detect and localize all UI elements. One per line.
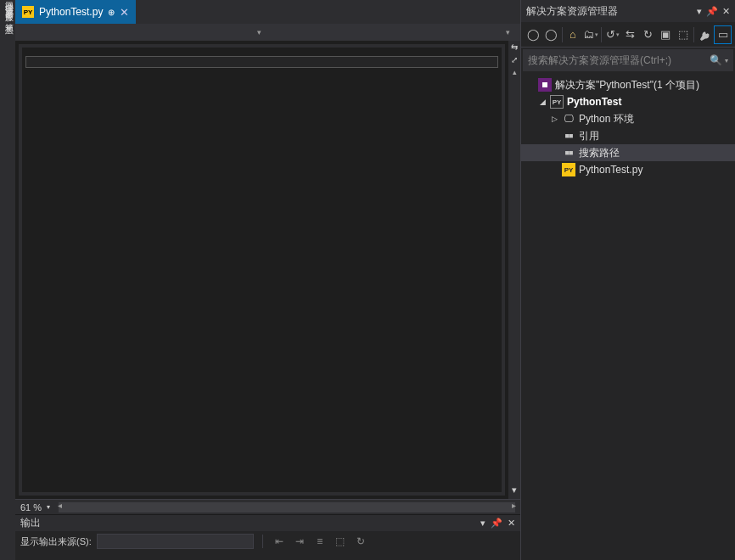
- solution-explorer-title-bar: 解决方案资源管理器 ▾ 📌 ✕: [521, 0, 735, 22]
- svg-rect-1: [542, 82, 547, 87]
- search-dropdown-icon[interactable]: ▾: [725, 57, 728, 64]
- document-tab-label: PythonTest.py: [39, 6, 103, 18]
- solution-tree: 解决方案"PythonTest"(1 个项目) ◢ PY PythonTest …: [521, 73, 735, 560]
- tree-env-node[interactable]: ▷ 🖵 Python 环境: [521, 110, 735, 127]
- tree-label: PythonTest.py: [579, 164, 642, 176]
- pending-changes-icon[interactable]: ↺: [603, 25, 621, 44]
- output-source-dropdown[interactable]: [97, 534, 254, 549]
- pin-icon[interactable]: 📌: [491, 518, 502, 529]
- clear-icon[interactable]: ≡: [312, 534, 328, 549]
- collapse-arrow-icon[interactable]: ◢: [538, 98, 547, 106]
- show-all-icon[interactable]: ⬚: [675, 25, 693, 44]
- indent-left-icon[interactable]: ⇤: [272, 534, 287, 549]
- tree-references-node[interactable]: ■■ 引用: [521, 127, 735, 144]
- tree-label: 搜索路径: [579, 146, 620, 160]
- sync-icon[interactable]: 🗂: [581, 25, 599, 44]
- forward-icon[interactable]: ◯: [542, 25, 560, 44]
- zoom-dropdown-icon[interactable]: ▾: [47, 503, 50, 511]
- main-area: PY PythonTest.py ⊕ ✕ ⇆ ⤢ ▴ ▾ 61 % ▾: [15, 0, 520, 560]
- tree-file-node[interactable]: PY PythonTest.py: [521, 161, 735, 178]
- tree-solution-node[interactable]: 解决方案"PythonTest"(1 个项目): [521, 76, 735, 93]
- horizontal-scrollbar[interactable]: [59, 502, 515, 512]
- sync-active-icon[interactable]: ⇆: [621, 25, 639, 44]
- tree-label: 解决方案"PythonTest"(1 个项目): [555, 78, 699, 92]
- tree-search-paths-node[interactable]: ■■ 搜索路径: [521, 144, 735, 161]
- search-icon[interactable]: 🔍: [710, 54, 722, 66]
- pin-icon[interactable]: ⊕: [108, 8, 115, 17]
- output-title: 输出: [20, 516, 41, 530]
- rail-tab-server-explorer[interactable]: 服务器资源管理器: [0, 3, 15, 10]
- close-icon[interactable]: ✕: [508, 518, 515, 529]
- tree-project-node[interactable]: ◢ PY PythonTest: [521, 93, 735, 110]
- toggle-icon[interactable]: ↻: [353, 534, 368, 549]
- editor-status-bar: 61 % ▾: [15, 499, 520, 514]
- collapse-icon[interactable]: ▣: [657, 25, 675, 44]
- tree-label: Python 环境: [579, 112, 634, 126]
- close-icon[interactable]: ✕: [722, 6, 730, 17]
- solution-explorer-title: 解决方案资源管理器: [526, 4, 618, 19]
- left-tool-rail: 服务器资源管理器 工具箱: [0, 0, 15, 560]
- python-file-icon: PY: [22, 6, 34, 18]
- split-icon[interactable]: ⇆: [511, 42, 518, 52]
- output-panel-header: 输出 ▾ 📌 ✕: [15, 514, 520, 531]
- scroll-down-icon[interactable]: ▾: [512, 484, 517, 496]
- tree-label: 引用: [579, 129, 599, 143]
- solution-explorer-search[interactable]: 🔍 ▾: [523, 49, 733, 71]
- navigation-bar: [15, 24, 520, 41]
- solution-icon: [538, 78, 552, 92]
- nav-member-dropdown[interactable]: [272, 25, 514, 39]
- zoom-level[interactable]: 61 %: [20, 502, 42, 512]
- scroll-up-icon[interactable]: ▴: [513, 68, 517, 76]
- expand-arrow-icon[interactable]: ▷: [550, 115, 558, 123]
- solution-explorer-panel: 解决方案资源管理器 ▾ 📌 ✕ ◯ ◯ ⌂ 🗂 ↺ ⇆ ↻ ▣ ⬚ ▭: [520, 0, 735, 560]
- solution-explorer-toolbar: ◯ ◯ ⌂ 🗂 ↺ ⇆ ↻ ▣ ⬚ ▭: [521, 22, 735, 48]
- pin-icon[interactable]: 📌: [706, 6, 718, 17]
- output-content[interactable]: [15, 552, 520, 560]
- properties-icon[interactable]: [696, 25, 714, 44]
- search-paths-icon: ■■: [562, 146, 575, 160]
- indent-right-icon[interactable]: ⇥: [292, 534, 307, 549]
- swap-icon[interactable]: ⤢: [511, 55, 518, 64]
- refresh-icon[interactable]: ↻: [639, 25, 657, 44]
- search-input[interactable]: [528, 54, 710, 66]
- window-position-icon[interactable]: ▾: [697, 6, 702, 17]
- python-file-icon: PY: [562, 163, 575, 176]
- home-icon[interactable]: ⌂: [564, 25, 582, 44]
- nav-scope-dropdown[interactable]: [22, 25, 265, 39]
- code-editor[interactable]: [19, 44, 505, 496]
- editor-right-gutter: ⇆ ⤢ ▴ ▾: [508, 41, 520, 499]
- project-icon: PY: [550, 95, 564, 109]
- rail-tab-toolbox[interactable]: 工具箱: [0, 17, 15, 24]
- editor-area: ⇆ ⤢ ▴ ▾: [15, 41, 520, 499]
- editor-current-line: [25, 56, 498, 68]
- tree-label: PythonTest: [567, 96, 621, 108]
- references-icon: ■■: [562, 129, 575, 143]
- output-source-label: 显示输出来源(S):: [20, 535, 92, 548]
- document-tab-well: PY PythonTest.py ⊕ ✕: [15, 0, 520, 24]
- close-icon[interactable]: ✕: [120, 6, 129, 19]
- preview-icon[interactable]: ▭: [714, 25, 732, 44]
- back-icon[interactable]: ◯: [525, 25, 542, 44]
- output-toolbar: 显示输出来源(S): ⇤ ⇥ ≡ ⬚ ↻: [15, 531, 520, 552]
- window-position-icon[interactable]: ▾: [480, 518, 485, 529]
- document-tab-active[interactable]: PY PythonTest.py ⊕ ✕: [15, 0, 136, 24]
- word-wrap-icon[interactable]: ⬚: [333, 534, 348, 549]
- environment-icon: 🖵: [562, 112, 575, 126]
